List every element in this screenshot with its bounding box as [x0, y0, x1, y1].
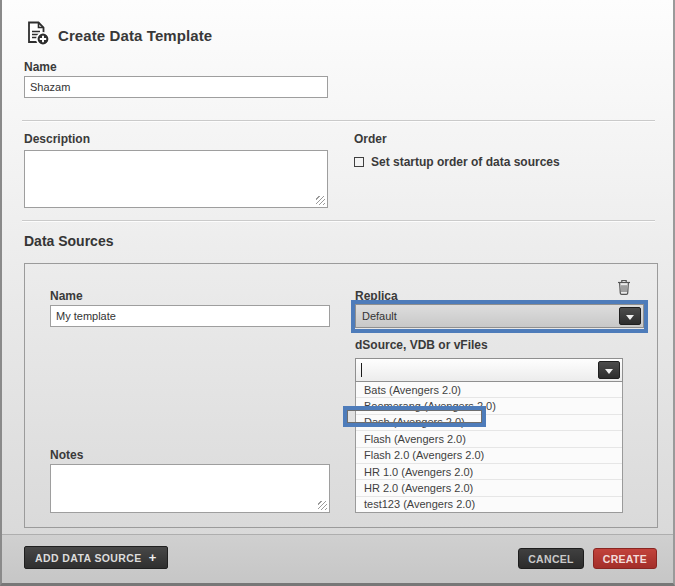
- source-option[interactable]: Boomerang (Avengers 2.0): [356, 398, 622, 414]
- dialog-footer: ADD DATA SOURCE + CANCEL CREATE: [2, 534, 673, 583]
- chevron-down-icon[interactable]: [619, 307, 641, 325]
- cancel-button[interactable]: CANCEL: [518, 548, 584, 569]
- trash-icon[interactable]: [617, 279, 631, 299]
- chevron-down-icon[interactable]: [598, 361, 620, 379]
- name-input[interactable]: [24, 76, 328, 98]
- replica-annotation-highlight: Default: [351, 300, 648, 333]
- name-label: Name: [24, 60, 57, 74]
- dialog-header: Create Data Template: [24, 20, 212, 50]
- card-name-input[interactable]: [50, 305, 330, 327]
- divider: [22, 120, 655, 121]
- source-option[interactable]: HR 1.0 (Avengers 2.0): [356, 464, 622, 480]
- add-data-source-label: ADD DATA SOURCE: [35, 552, 142, 564]
- startup-order-checkbox[interactable]: [354, 157, 364, 167]
- source-dropdown[interactable]: [355, 358, 623, 382]
- replica-dropdown[interactable]: Default: [355, 304, 644, 328]
- resize-grip-icon[interactable]: [318, 501, 327, 510]
- dialog-title: Create Data Template: [58, 27, 212, 44]
- source-options-list: Bats (Avengers 2.0) Boomerang (Avengers …: [355, 382, 623, 513]
- resize-grip-icon[interactable]: [316, 196, 325, 205]
- document-plus-icon: [24, 20, 50, 50]
- startup-order-checkbox-row: Set startup order of data sources: [354, 155, 560, 169]
- source-select-label: dSource, VDB or vFiles: [355, 338, 488, 352]
- source-option[interactable]: HR 2.0 (Avengers 2.0): [356, 480, 622, 496]
- replica-selected-value: Default: [362, 305, 397, 327]
- source-option[interactable]: test123 (Avengers 2.0): [356, 497, 622, 512]
- description-label: Description: [24, 132, 90, 146]
- plus-icon: +: [149, 551, 157, 564]
- create-data-template-dialog: Create Data Template Name Description Or…: [0, 0, 675, 586]
- description-textarea[interactable]: [24, 150, 328, 208]
- notes-textarea[interactable]: [50, 464, 330, 513]
- create-button[interactable]: CREATE: [593, 548, 657, 569]
- order-label: Order: [354, 132, 387, 146]
- add-data-source-button[interactable]: ADD DATA SOURCE +: [24, 546, 168, 569]
- source-option[interactable]: Flash 2.0 (Avengers 2.0): [356, 448, 622, 464]
- notes-label: Notes: [50, 448, 83, 462]
- divider: [22, 220, 655, 221]
- source-option-dash[interactable]: Dash (Avengers 2.0): [356, 415, 622, 431]
- source-option[interactable]: Flash (Avengers 2.0): [356, 431, 622, 447]
- data-sources-heading: Data Sources: [24, 233, 113, 249]
- data-source-card: Name Replica Default dSource, VDB or vFi…: [24, 263, 658, 528]
- source-option[interactable]: Bats (Avengers 2.0): [356, 382, 622, 398]
- card-name-label: Name: [50, 289, 83, 303]
- replica-label: Replica: [355, 289, 398, 303]
- startup-order-checkbox-label: Set startup order of data sources: [371, 155, 560, 169]
- text-cursor: [361, 363, 362, 377]
